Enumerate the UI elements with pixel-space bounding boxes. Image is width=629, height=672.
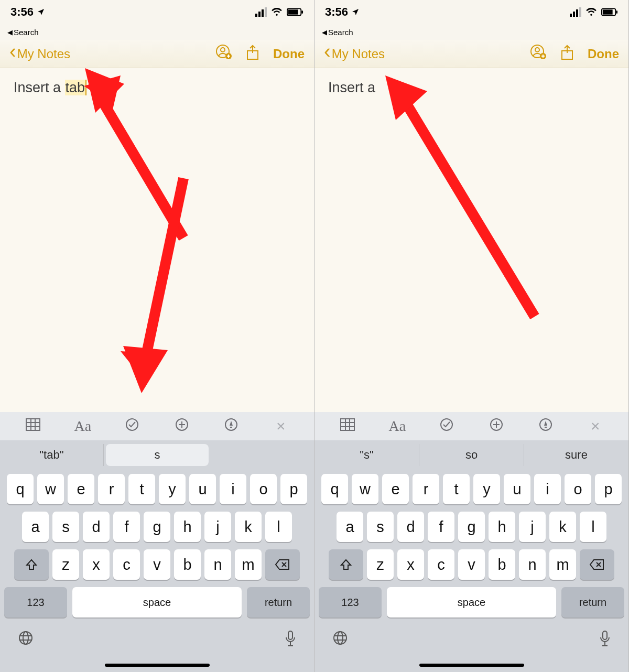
suggestion-1[interactable]: s <box>106 444 209 466</box>
key-o[interactable]: o <box>250 474 277 504</box>
key-f[interactable]: f <box>113 512 140 542</box>
return-key[interactable]: return <box>561 587 624 617</box>
checklist-icon[interactable] <box>435 418 458 435</box>
key-h[interactable]: h <box>174 512 201 542</box>
add-attachment-icon[interactable] <box>170 418 193 435</box>
key-j[interactable]: j <box>519 512 546 542</box>
key-p[interactable]: p <box>595 474 622 504</box>
collaborate-icon[interactable] <box>530 44 547 64</box>
markup-icon[interactable] <box>534 418 557 435</box>
globe-icon[interactable] <box>332 630 348 646</box>
space-key[interactable]: space <box>387 587 556 617</box>
key-t[interactable]: t <box>443 474 470 504</box>
key-a[interactable]: a <box>337 512 363 542</box>
key-h[interactable]: h <box>489 512 515 542</box>
add-attachment-icon[interactable] <box>485 418 508 435</box>
backspace-key[interactable] <box>265 549 300 580</box>
shift-key[interactable] <box>14 549 49 580</box>
cell-signal-icon <box>570 7 581 17</box>
suggestion-0[interactable]: "s" <box>314 444 419 466</box>
key-f[interactable]: f <box>428 512 454 542</box>
key-g[interactable]: g <box>144 512 170 542</box>
key-o[interactable]: o <box>565 474 591 504</box>
return-key[interactable]: return <box>247 587 310 617</box>
table-icon[interactable] <box>336 418 359 435</box>
key-u[interactable]: u <box>189 474 216 504</box>
key-p[interactable]: p <box>280 474 307 504</box>
key-l[interactable]: l <box>265 512 292 542</box>
back-button[interactable]: My Notes <box>324 47 385 61</box>
key-g[interactable]: g <box>458 512 485 542</box>
key-j[interactable]: j <box>204 512 231 542</box>
key-e[interactable]: e <box>382 474 409 504</box>
key-i[interactable]: i <box>534 474 561 504</box>
key-m[interactable]: m <box>235 549 262 580</box>
breadcrumb-back-app[interactable]: ◀Search <box>314 24 628 40</box>
key-w[interactable]: w <box>37 474 64 504</box>
key-v[interactable]: v <box>144 549 170 580</box>
key-k[interactable]: k <box>549 512 576 542</box>
key-w[interactable]: w <box>352 474 378 504</box>
key-b[interactable]: b <box>174 549 201 580</box>
key-q[interactable]: q <box>7 474 34 504</box>
collaborate-icon[interactable] <box>215 44 232 64</box>
key-a[interactable]: a <box>22 512 49 542</box>
key-z[interactable]: z <box>367 549 394 580</box>
numbers-key[interactable]: 123 <box>4 587 67 617</box>
back-button[interactable]: My Notes <box>9 47 70 61</box>
key-y[interactable]: y <box>159 474 186 504</box>
key-c[interactable]: c <box>428 549 454 580</box>
key-n[interactable]: n <box>204 549 231 580</box>
dictation-icon[interactable] <box>599 630 611 647</box>
key-d[interactable]: d <box>397 512 424 542</box>
home-indicator[interactable] <box>419 664 524 667</box>
share-icon[interactable] <box>246 45 259 63</box>
space-key[interactable]: space <box>72 587 242 617</box>
breadcrumb-back-app[interactable]: ◀Search <box>0 24 314 40</box>
suggestion-2[interactable] <box>211 451 314 459</box>
key-v[interactable]: v <box>458 549 485 580</box>
key-k[interactable]: k <box>235 512 262 542</box>
done-button[interactable]: Done <box>588 47 619 61</box>
globe-icon[interactable] <box>18 630 34 646</box>
key-b[interactable]: b <box>489 549 515 580</box>
key-c[interactable]: c <box>113 549 140 580</box>
key-r[interactable]: r <box>98 474 125 504</box>
close-toolbar-icon[interactable]: × <box>269 417 292 435</box>
text-style-button[interactable]: Aa <box>386 418 409 435</box>
checklist-icon[interactable] <box>121 418 144 435</box>
table-icon[interactable] <box>21 418 45 435</box>
key-y[interactable]: y <box>473 474 500 504</box>
key-t[interactable]: t <box>128 474 155 504</box>
key-x[interactable]: x <box>397 549 424 580</box>
text-style-button[interactable]: Aa <box>71 418 94 435</box>
svg-point-35 <box>535 48 539 52</box>
suggestion-2[interactable]: sure <box>524 444 628 466</box>
note-editor[interactable]: Insert a tab <box>0 68 314 412</box>
key-n[interactable]: n <box>519 549 546 580</box>
key-l[interactable]: l <box>580 512 606 542</box>
key-i[interactable]: i <box>220 474 246 504</box>
note-editor[interactable]: Insert a s <box>314 68 628 412</box>
key-s[interactable]: s <box>52 512 79 542</box>
key-x[interactable]: x <box>83 549 110 580</box>
key-s[interactable]: s <box>367 512 394 542</box>
key-q[interactable]: q <box>321 474 348 504</box>
done-button[interactable]: Done <box>273 47 305 61</box>
key-u[interactable]: u <box>504 474 530 504</box>
key-z[interactable]: z <box>52 549 79 580</box>
suggestion-0[interactable]: "tab" <box>0 444 104 466</box>
markup-icon[interactable] <box>220 418 243 435</box>
backspace-key[interactable] <box>580 549 614 580</box>
dictation-icon[interactable] <box>285 630 296 647</box>
suggestion-1[interactable]: so <box>419 444 524 466</box>
key-e[interactable]: e <box>68 474 94 504</box>
home-indicator[interactable] <box>105 664 210 667</box>
key-m[interactable]: m <box>549 549 576 580</box>
key-r[interactable]: r <box>413 474 439 504</box>
key-d[interactable]: d <box>83 512 110 542</box>
share-icon[interactable] <box>560 45 574 63</box>
numbers-key[interactable]: 123 <box>319 587 382 617</box>
close-toolbar-icon[interactable]: × <box>584 417 607 435</box>
shift-key[interactable] <box>329 549 363 580</box>
